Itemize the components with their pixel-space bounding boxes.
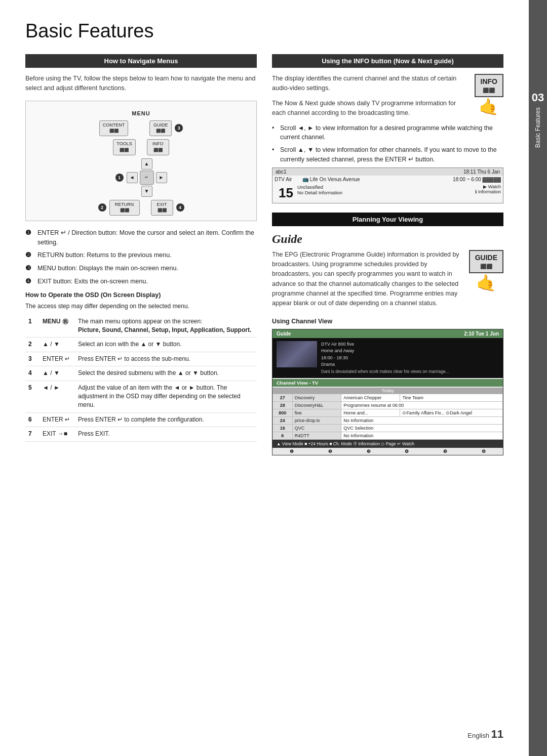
gs-ch-27-name: Discovery [292,394,341,401]
nn-row1: DTV Air 📺 Life On Venus Avenue 18:00 ~ 6… [272,176,503,183]
guide-title: Guide [272,232,503,246]
step-key-6: ENTER ↵ [40,412,75,427]
bullet-num-2: ❷ [25,250,33,260]
nn-ch-label: DTV Air [275,177,302,182]
guide-button-label: GUIDE⬛⬛ [469,250,503,273]
gs-ch-24-name: price-drop.tv [292,416,341,424]
step-desc-7: Press EXIT. [75,427,257,441]
info-button-label: INFO⬛⬛ [475,74,503,97]
nn-time: 18:11 Thu 6 Jan [463,169,500,175]
gs-ch-28-prog: Programmes resume at 06:00 [341,401,503,409]
step-key-4: ▲ / ▼ [40,366,75,381]
gs-preview-info: DTV Air 800 five Home and Away 18:00 - 1… [321,341,499,375]
guide-btn: GUIDE⬛⬛ [149,120,172,136]
step-desc-5: Adjust the value of an item with the ◄ o… [75,381,257,412]
step-row-4: 4 ▲ / ▼ Select the desired submenu with … [25,366,257,381]
bullet-text-4: EXIT button: Exits the on-screen menu. [37,277,148,286]
step-num-4: 4 [25,366,40,381]
nn-actions: ▶ Watch ℹ Information [475,184,501,194]
nav-section-header: How to Navigate Menus [25,54,257,68]
hand-pointer-icon: 🤙 [475,97,503,116]
label-1: 1 [115,174,124,182]
gs-ch-24-num: 24 [273,416,293,424]
gs-header: Guide 2:10 Tue 1 Jun [272,329,503,338]
step-num-3: 3 [25,352,40,366]
remote-row-arrows: 1 ▲ ◄ ↵ ► ▼ [115,158,167,197]
footer-num: 11 [491,728,503,740]
planning-header: Planning Your Viewing [272,213,503,226]
gs-footnums: ❶ ❷ ❸ ❹ ❺ ❻ [272,448,503,455]
steps-table: 1 MENU ㊗ The main menu options appear on… [25,315,257,442]
step-key-5: ◄ / ► [40,381,75,412]
gs-row-24: 24 price-drop.tv No Information [273,416,503,424]
bullet-num-3: ❸ [25,264,33,273]
bullet-num-1: ❶ [25,228,33,247]
label-2: 2 [98,203,106,212]
bullet-text-1: ENTER ↵ / Direction button: Move the cur… [37,228,257,247]
step-row-5: 5 ◄ / ► Adjust the value of an item with… [25,381,257,412]
enter-center-btn: ↵ [140,171,154,185]
gs-preview-thumbnail [277,341,317,367]
gs-ch-27-prog2: Tine Team [400,394,503,401]
nn-detail-info: No Detail Information [297,190,476,195]
osd-intro: The access step may differ depending on … [25,302,257,311]
gs-row-16: 16 QVC QVC Selection [273,424,503,432]
step-desc-6: Press ENTER ↵ to complete the configurat… [75,412,257,427]
exit-btn: EXIT⬛⬛ [151,200,173,216]
nn-watch-action: ▶ Watch [475,184,501,189]
gs-preview-title: DTV Air 800 five [321,341,499,348]
gs-row-27: 27 Discovery American Chopper Tine Team [273,394,503,401]
gs-ch-27-num: 27 [273,394,293,401]
guide-section: Guide GUIDE⬛⬛ 🤙 The EPG (Electronic Prog… [272,232,503,455]
left-arrow: ◄ [127,172,138,183]
step-desc-3: Press ENTER ↵ to access the sub-menu. [75,352,257,366]
guide-hand-icon: 🤙 [469,273,503,292]
gs-row-800: 800 five Home and... ⊙Family Affairs Fiv… [273,409,503,416]
gs-preview-show: Home and Away [321,348,499,355]
tools-btn: TOOLS⬛⬛ [113,139,135,155]
step-key-3: ENTER ↵ [40,352,75,366]
nn-prog-time: 18:00 ~ 6:00 ▓▓▓▓▓ [453,177,501,182]
gs-ch-24-prog: No Information [341,416,503,424]
gs-fn-3: ❸ [367,449,371,454]
right-arrow: ► [156,172,167,183]
down-arrow: ▼ [141,186,152,197]
nn-details: Unclassified No Detail Information [297,184,476,195]
bullet-1: ❶ ENTER ↵ / Direction button: Move the c… [25,228,257,247]
gs-ch-6-num: 6 [273,432,293,439]
channel-view-title: Using Channel View [272,318,503,325]
arrow-cluster: ▲ ◄ ↵ ► ▼ [127,158,167,197]
remote-row-top: CONTENT⬛⬛ GUIDE⬛⬛ 3 [99,120,183,136]
step-row-1: 1 MENU ㊗ The main menu options appear on… [25,315,257,338]
gs-ch-view-label: Channel View - TV [272,379,503,387]
step-desc-1: The main menu options appear on the scre… [75,315,257,338]
label-4: 4 [176,203,184,212]
bullet-4: ❹ EXIT button: Exits the on-screen menu. [25,277,257,286]
lr-arrows: ◄ ↵ ► [127,171,167,185]
bullet-text-2: RETURN button: Returns to the previous m… [37,250,172,260]
info-bullet-text-1: Scroll ◄, ► to view information for a de… [280,123,503,143]
page-title: Basic Features [25,20,503,42]
dot-icon-1: • [272,123,277,143]
gs-today-bar: Today [272,388,503,394]
two-col-layout: How to Navigate Menus Before using the T… [25,54,503,455]
dot-icon-2: • [272,145,277,164]
gs-header-left: Guide [277,331,291,337]
gs-fn-2: ❷ [328,449,332,454]
guide-button-area: GUIDE⬛⬛ 🤙 [469,250,503,292]
remote-row-mid1: TOOLS⬛⬛ INFO⬛⬛ [113,139,169,155]
step-num-5: 5 [25,381,40,412]
nn-prog-name: Life On Venus Avenue [310,177,360,182]
info-section-header: Using the INFO button (Now & Next guide) [272,54,503,68]
gs-ch-28-name: DiscoveryH&L [292,401,341,409]
nn-ch-name: DTV Air [275,177,292,182]
guide-screen: Guide 2:10 Tue 1 Jun DTV Air 800 five Ho… [272,329,503,455]
info-bullet-2: • Scroll ▲, ▼ to view information for ot… [272,145,503,164]
bullet-3: ❸ MENU button: Displays the main on-scre… [25,264,257,273]
gs-fn-4: ❹ [405,449,409,454]
gs-fn-6: ❻ [482,449,486,454]
gs-header-right: 2:10 Tue 1 Jun [464,331,499,337]
gs-preview-time: 18:00 - 18:30 [321,355,499,362]
nn-info-action: ℹ Information [475,189,501,194]
gs-fn-5: ❺ [443,449,447,454]
